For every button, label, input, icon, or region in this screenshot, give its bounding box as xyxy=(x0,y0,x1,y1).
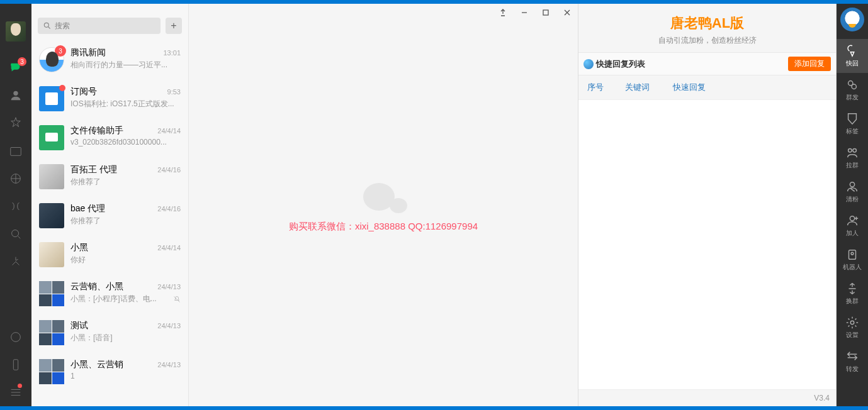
chat-time: 24/4/16 xyxy=(157,205,181,213)
version-label: V3.4 xyxy=(578,389,836,406)
window-controls xyxy=(492,4,578,21)
chat-name: 小黑、云营销 xyxy=(70,359,123,370)
chat-name: 小黑 xyxy=(70,242,88,253)
chat-avatar: 3 xyxy=(39,47,64,72)
tool-label: 设置 xyxy=(846,331,859,340)
topstories-icon[interactable] xyxy=(8,254,23,269)
chat-name: 百拓王 代理 xyxy=(70,164,117,175)
wechat-sidebar: 3 xyxy=(0,4,31,406)
tool-清粉[interactable]: 清粉 xyxy=(837,175,868,209)
files-icon[interactable] xyxy=(8,143,23,158)
svg-rect-5 xyxy=(13,360,18,370)
svg-rect-7 xyxy=(543,10,548,15)
close-button[interactable] xyxy=(556,4,578,21)
tool-加人[interactable]: 加人 xyxy=(837,209,868,243)
chat-name: 订阅号 xyxy=(70,86,97,97)
favorites-icon[interactable] xyxy=(8,116,23,131)
tool-设置[interactable]: 设置 xyxy=(837,311,868,345)
chat-preview: 1 xyxy=(70,372,181,380)
tool-快回[interactable]: 快回 xyxy=(837,39,868,73)
miniprogram-icon[interactable] xyxy=(8,330,23,345)
chat-item[interactable]: 云营销、小黑24/4/13小黑：[小程序]话费、电... xyxy=(31,274,188,313)
tool-label: 清粉 xyxy=(846,195,859,204)
tool-label: 加人 xyxy=(846,229,859,238)
chat-badge: 3 xyxy=(18,57,26,66)
phone-icon[interactable] xyxy=(8,357,23,372)
pin-button[interactable] xyxy=(492,4,514,21)
tool-拉群[interactable]: 拉群 xyxy=(837,141,868,175)
app-title: 唐老鸭AL版 xyxy=(578,14,836,33)
tool-label: 群发 xyxy=(846,93,859,102)
user-avatar[interactable] xyxy=(6,21,26,42)
svg-point-4 xyxy=(11,333,21,342)
col-keyword: 关键词 xyxy=(625,82,673,93)
chat-time: 24/4/13 xyxy=(157,322,181,330)
chat-item[interactable]: 3腾讯新闻13:01相向而行的力量——习近平... xyxy=(31,40,188,79)
tool-label: 标签 xyxy=(846,127,859,136)
add-reply-button[interactable]: 添加回复 xyxy=(788,57,831,71)
tool-label: 拉群 xyxy=(846,161,859,170)
chat-time: 9:53 xyxy=(167,88,181,96)
chat-item[interactable]: 百拓王 代理24/4/16你推荐了 xyxy=(31,157,188,196)
chat-item[interactable]: bae 代理24/4/16你推荐了 xyxy=(31,196,188,235)
chat-preview: v3_020b3826fd030100000... xyxy=(70,138,181,147)
chat-name: 测试 xyxy=(70,320,88,331)
chat-time: 24/4/14 xyxy=(157,244,181,252)
minimize-button[interactable] xyxy=(514,4,535,21)
col-reply: 快速回复 xyxy=(673,82,827,93)
chat-item[interactable]: 小黑24/4/14你好 xyxy=(31,235,188,274)
maximize-button[interactable] xyxy=(535,4,556,21)
tool-标签[interactable]: 标签 xyxy=(837,107,868,141)
chat-item[interactable]: 小黑、云营销24/4/131 xyxy=(31,352,188,391)
chat-avatar xyxy=(39,320,64,345)
chat-preview: 小黑：[语音] xyxy=(70,333,181,343)
chat-item[interactable]: 文件传输助手24/4/14v3_020b3826fd030100000... xyxy=(31,118,188,157)
watermark-text: 购买联系微信：xixi_838888 QQ:1126997994 xyxy=(289,221,478,233)
svg-point-0 xyxy=(13,91,18,96)
chat-time: 24/4/13 xyxy=(157,283,181,291)
chat-item[interactable]: 订阅号9:53IOS福利社: iOS17.5正式版发... xyxy=(31,79,188,118)
chat-name: 云营销、小黑 xyxy=(70,281,123,292)
chat-avatar xyxy=(39,125,64,150)
svg-point-10 xyxy=(848,149,852,153)
tool-label: 换群 xyxy=(846,297,859,306)
chat-time: 24/4/14 xyxy=(157,127,181,135)
app-subtitle: 自动引流加粉，创造粉丝经济 xyxy=(578,35,836,46)
tool-换群[interactable]: 换群 xyxy=(837,277,868,311)
chat-preview: 你推荐了 xyxy=(70,177,181,187)
chat-preview: 相向而行的力量——习近平... xyxy=(70,60,181,70)
chat-time: 13:01 xyxy=(163,49,181,57)
chat-name: 腾讯新闻 xyxy=(70,47,106,58)
unread-dot xyxy=(59,85,65,91)
menu-icon[interactable] xyxy=(8,385,23,400)
chat-preview: 你推荐了 xyxy=(70,216,181,226)
chat-list-panel: 搜索 + 3腾讯新闻13:01相向而行的力量——习近平...订阅号9:53IOS… xyxy=(31,4,189,406)
add-button[interactable]: + xyxy=(166,18,182,34)
chat-name: 文件传输助手 xyxy=(70,125,123,136)
tool-群发[interactable]: 群发 xyxy=(837,73,868,107)
col-index: 序号 xyxy=(587,82,625,93)
channels-icon[interactable] xyxy=(8,199,23,214)
search-side-icon[interactable] xyxy=(8,226,23,241)
moments-icon[interactable] xyxy=(8,171,23,186)
tool-label: 转发 xyxy=(846,365,859,374)
chat-tab-icon[interactable]: 3 xyxy=(8,60,23,75)
svg-point-9 xyxy=(852,84,856,89)
chat-avatar xyxy=(39,164,64,189)
chat-avatar xyxy=(39,359,64,384)
tool-机器人[interactable]: 机器人 xyxy=(837,243,868,277)
chat-items: 3腾讯新闻13:01相向而行的力量——习近平...订阅号9:53IOS福利社: … xyxy=(31,40,188,406)
svg-point-11 xyxy=(853,149,857,153)
tool-转发[interactable]: 转发 xyxy=(837,345,868,379)
chat-preview: 你好 xyxy=(70,255,181,265)
wechat-logo-watermark xyxy=(358,178,409,222)
chat-avatar xyxy=(39,281,64,306)
duck-logo xyxy=(840,8,864,31)
reply-body xyxy=(578,99,836,389)
search-input[interactable]: 搜索 xyxy=(38,18,161,34)
chat-item[interactable]: 测试24/4/13小黑：[语音] xyxy=(31,313,188,352)
svg-point-16 xyxy=(850,321,854,324)
contacts-icon[interactable] xyxy=(8,88,23,103)
chat-preview: IOS福利社: iOS17.5正式版发... xyxy=(70,99,181,109)
unread-badge: 3 xyxy=(55,45,66,57)
